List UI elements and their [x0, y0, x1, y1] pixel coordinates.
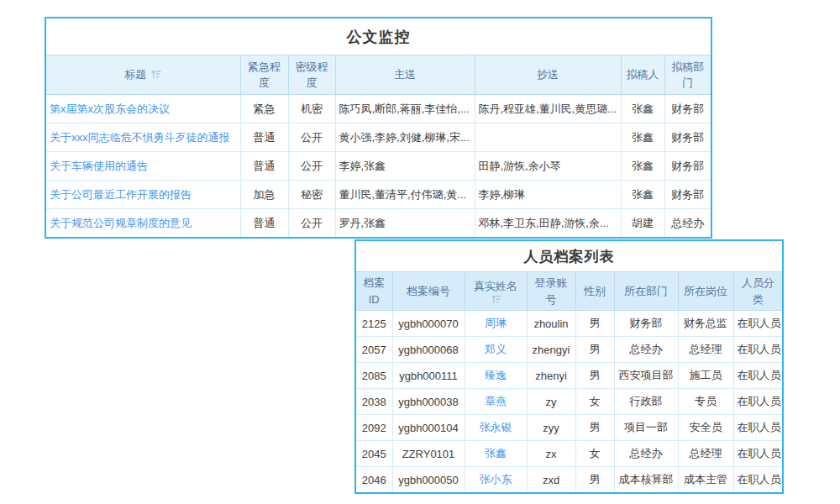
doc-title-link[interactable]: 关于xxx同志临危不惧勇斗歹徒的通报 — [50, 131, 230, 144]
gender-value-cell: 男 — [575, 337, 614, 363]
archive-id-value-cell: 2085 — [356, 363, 392, 389]
column-header-category: 人员分类 — [733, 272, 782, 311]
personnel-archive-grid: 档案ID档案编号真实姓名登录账号性别所在部门所在岗位人员分类 2125ygbh0… — [356, 271, 782, 492]
column-header-main-to: 主送 — [335, 55, 475, 95]
archive-no-value-cell: ygbh000068 — [392, 337, 465, 363]
archive-no-value: ygbh000104 — [398, 422, 459, 434]
urgency-value-cell: 普通 — [240, 152, 288, 181]
person-name-link-cell: 张小东 — [465, 467, 527, 493]
person-name-link[interactable]: 臻逸 — [485, 369, 507, 381]
doc-title-link[interactable]: 第x届第x次股东会的决议 — [50, 102, 170, 115]
person-name-link[interactable]: 章燕 — [485, 395, 507, 407]
doc-title-link[interactable]: 关于车辆使用的通告 — [50, 160, 148, 172]
main-to-value-cell: 董川民,董清平,付伟璐,黄... — [335, 181, 475, 209]
archive-id-value: 2038 — [362, 396, 386, 408]
column-header-label: 拟稿部门 — [671, 60, 704, 90]
archive-no-value-cell: ygbh000070 — [392, 311, 465, 337]
column-header-real-name[interactable]: 真实姓名 — [465, 272, 527, 311]
drafter-value: 张鑫 — [632, 160, 654, 172]
department-value: 总经办 — [630, 447, 663, 459]
department-value-cell: 总经办 — [614, 441, 678, 467]
table-row: 2046ygbh000050张小东zxd男成本核算部成本主管在职人员 — [356, 467, 782, 493]
column-header-login-account: 登录账号 — [527, 272, 575, 311]
main-to-value-cell: 李婷,张鑫 — [335, 152, 475, 181]
column-header-title[interactable]: 标题 — [46, 55, 240, 95]
gender-value: 男 — [590, 421, 601, 433]
column-header-secrecy: 密级程度 — [288, 55, 335, 95]
position-value: 施工员 — [690, 369, 722, 381]
urgency-value: 加急 — [254, 188, 276, 201]
login-account-value: zy — [546, 396, 557, 408]
department-value-cell: 成本核算部 — [614, 467, 678, 493]
archive-id-value-cell: 2125 — [356, 311, 392, 337]
draft-dept-value: 财务部 — [671, 102, 704, 115]
personnel-archive-panel: 人员档案列表 档案ID档案编号真实姓名登录账号性别所在部门所在岗位人员分类 21… — [354, 239, 784, 494]
drafter-value-cell: 张鑫 — [621, 181, 664, 209]
login-account-value: zyy — [543, 422, 559, 434]
secrecy-value-cell: 机密 — [288, 95, 335, 123]
column-header-department: 所在部门 — [614, 272, 678, 311]
drafter-value: 张鑫 — [632, 188, 654, 201]
category-value-cell: 在职人员 — [733, 441, 782, 467]
category-value-cell: 在职人员 — [733, 363, 782, 389]
person-name-link[interactable]: 张鑫 — [485, 447, 507, 459]
doc-title-link-cell: 关于公司最近工作开展的报告 — [46, 181, 240, 209]
urgency-value: 普通 — [254, 160, 276, 172]
doc-monitor-title: 公文监控 — [46, 18, 711, 55]
position-value-cell: 财务总监 — [678, 311, 733, 337]
archive-no-value: ygbh000068 — [398, 344, 459, 356]
category-value: 在职人员 — [738, 395, 781, 407]
column-header-gender: 性别 — [575, 272, 614, 311]
sort-icon — [150, 70, 161, 79]
category-value: 在职人员 — [738, 317, 781, 329]
doc-monitor-header: 标题紧急程度密级程度主送抄送拟稿人拟稿部门 — [46, 55, 711, 95]
department-value: 项目一部 — [624, 421, 668, 433]
archive-id-value: 2092 — [362, 422, 386, 434]
department-value: 总经办 — [630, 343, 663, 355]
archive-no-value-cell: ZZRY0101 — [392, 441, 465, 467]
person-name-link[interactable]: 周琳 — [485, 317, 507, 329]
department-value: 财务部 — [630, 317, 663, 329]
draft-dept-value: 总经办 — [671, 217, 704, 229]
doc-title-link[interactable]: 关于规范公司规章制度的意见 — [50, 217, 192, 229]
column-header-drafter: 拟稿人 — [621, 55, 664, 95]
column-header-archive-no: 档案编号 — [392, 272, 465, 311]
gender-value-cell: 男 — [575, 415, 614, 441]
personnel-archive-body: 2125ygbh000070周琳zhoulin男财务部财务总监在职人员2057y… — [356, 311, 782, 493]
login-account-value-cell: zxd — [527, 467, 575, 493]
login-account-value-cell: zx — [527, 441, 575, 467]
gender-value-cell: 女 — [575, 389, 614, 415]
column-header-label: 主送 — [394, 68, 416, 81]
cc-value-cell: 李婷,柳琳 — [475, 181, 621, 209]
person-name-link[interactable]: 张小东 — [480, 473, 512, 486]
secrecy-value-cell: 公开 — [288, 209, 335, 238]
draft-dept-value-cell: 财务部 — [664, 95, 711, 123]
doc-title-link[interactable]: 关于公司最近工作开展的报告 — [50, 188, 192, 201]
person-name-link[interactable]: 张永银 — [480, 421, 512, 433]
gender-value: 男 — [590, 317, 601, 329]
drafter-value-cell: 张鑫 — [621, 152, 664, 181]
position-value-cell: 总经理 — [678, 337, 733, 363]
archive-no-value-cell: ygbh000104 — [392, 415, 465, 441]
category-value: 在职人员 — [738, 343, 781, 355]
cc-value: 邓林,李卫东,田静,游恢,余... — [479, 217, 609, 229]
urgency-value-cell: 紧急 — [240, 95, 288, 123]
doc-title-link-cell: 关于xxx同志临危不惧勇斗歹徒的通报 — [46, 123, 240, 152]
category-value: 在职人员 — [738, 369, 781, 381]
drafter-value: 张鑫 — [632, 131, 654, 144]
doc-monitor-grid: 标题紧急程度密级程度主送抄送拟稿人拟稿部门 第x届第x次股东会的决议紧急机密陈巧… — [46, 55, 711, 237]
column-header-label: 紧急程度 — [248, 60, 281, 90]
urgency-value: 普通 — [254, 131, 276, 144]
archive-id-value-cell: 2046 — [356, 467, 392, 493]
column-header-label: 标题 — [124, 68, 146, 81]
archive-no-value: ygbh000111 — [399, 370, 458, 382]
archive-no-value: ygbh000050 — [398, 474, 459, 486]
person-name-link[interactable]: 郑义 — [485, 343, 507, 355]
position-value-cell: 总经理 — [678, 441, 733, 467]
doc-monitor-panel: 公文监控 标题紧急程度密级程度主送抄送拟稿人拟稿部门 第x届第x次股东会的决议紧… — [45, 17, 712, 239]
login-account-value: zhengyi — [533, 344, 570, 356]
department-value: 西安项目部 — [619, 369, 674, 381]
urgency-value-cell: 普通 — [240, 209, 288, 238]
archive-id-value-cell: 2038 — [356, 389, 392, 415]
table-row: 关于规范公司规章制度的意见普通公开罗丹,张鑫邓林,李卫东,田静,游恢,余...胡… — [46, 209, 711, 238]
